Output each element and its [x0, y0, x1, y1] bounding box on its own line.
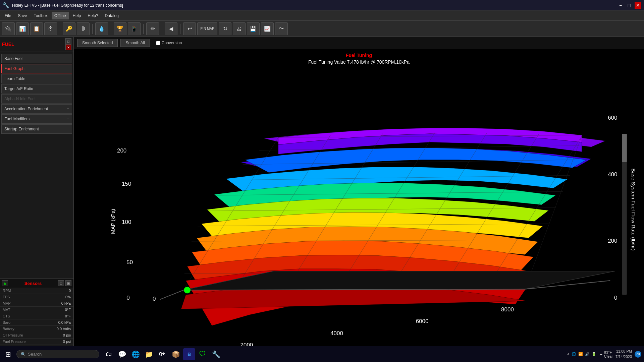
- sensor-oil-pressure: Oil Pressure0 psi: [0, 332, 73, 339]
- tool-graph[interactable]: 📈: [261, 22, 274, 35]
- tool-back[interactable]: ↩: [183, 22, 196, 35]
- nav-target-af[interactable]: Target A/F Ratio: [1, 84, 72, 94]
- tool-sensors[interactable]: 📊: [16, 22, 29, 35]
- tool-refresh[interactable]: ↻: [219, 22, 231, 35]
- tool-wave[interactable]: 〜: [275, 22, 288, 35]
- tray-battery-icon: 🔋: [592, 352, 596, 356]
- main-layout: FUEL □ ✕ Base Fuel Fuel Graph Learn Tabl…: [0, 37, 644, 351]
- taskbar-amazon[interactable]: 📦: [170, 348, 182, 360]
- z-axis-line: [160, 290, 183, 299]
- fuel-minimize-btn[interactable]: □: [65, 38, 71, 44]
- sensor-tps: TPS0%: [0, 294, 73, 300]
- svg-text:6000: 6000: [416, 318, 429, 324]
- search-input[interactable]: [28, 352, 95, 357]
- menubar: File Save Toolbox Offline Help Help? Dat…: [0, 11, 644, 21]
- toolbar-separator2: [92, 24, 93, 34]
- sensors-expand-btn[interactable]: ⊞: [65, 280, 71, 286]
- taskbar-widgets[interactable]: 🗂: [103, 348, 115, 360]
- weather-temp: 83°F: [604, 350, 613, 354]
- tool-print[interactable]: 🖨: [233, 22, 246, 35]
- taskbar-holley[interactable]: 🔧: [210, 348, 222, 360]
- svg-text:0: 0: [153, 296, 156, 302]
- taskbar-chat[interactable]: 💬: [116, 348, 128, 360]
- left-panel: FUEL □ ✕ Base Fuel Fuel Graph Learn Tabl…: [0, 37, 74, 351]
- taskbar-b-icon[interactable]: B: [183, 348, 195, 360]
- taskbar-right: ∧ 🌐 📶 🔊 🔋 ☁ 83°F Clear 11:08 PM 7/14/202…: [567, 349, 641, 359]
- search-icon: 🔍: [21, 352, 26, 357]
- tool-gauge[interactable]: ⏱: [44, 22, 57, 35]
- svg-text:400: 400: [608, 171, 617, 178]
- nav-base-fuel[interactable]: Base Fuel: [1, 54, 72, 63]
- tool-connector[interactable]: 🔌: [2, 22, 15, 35]
- e-badge: E: [2, 280, 8, 286]
- maximize-button[interactable]: □: [626, 2, 633, 9]
- tool-nitrous[interactable]: 💧: [95, 22, 108, 35]
- svg-text:600: 600: [608, 115, 617, 121]
- nav-learn-table[interactable]: Learn Table: [1, 74, 72, 83]
- chart-area: Fuel Tuning Fuel Tuning Value 7.478 lb/h…: [74, 49, 644, 357]
- svg-text:4000: 4000: [330, 330, 343, 337]
- content-toolbar: Smooth Selected Smooth All Conversion: [74, 37, 644, 49]
- nav-accel-enrich[interactable]: Acceleration Enrichment +: [1, 104, 72, 114]
- fuel-graph-chart: Base System Fuel Flow Rate (lb/hr) 600 4…: [77, 67, 641, 352]
- svg-text:8000: 8000: [501, 306, 514, 313]
- surface-mesh: [181, 128, 587, 326]
- tool-hdd[interactable]: 💾: [247, 22, 260, 35]
- menu-toolbox[interactable]: Toolbox: [31, 12, 50, 19]
- fuel-panel-title: FUEL: [2, 42, 14, 47]
- weather-icon: ☁: [599, 352, 603, 356]
- menu-file[interactable]: File: [2, 12, 14, 19]
- system-tray: ∧ 🌐 📶 🔊 🔋: [567, 352, 596, 356]
- fuel-close-btn[interactable]: ✕: [65, 44, 71, 50]
- taskbar-shield[interactable]: 🛡: [197, 348, 209, 360]
- fuel-tuning-value: Fuel Tuning Value 7.478 lb/hr @ 700RPM,1…: [77, 59, 641, 65]
- menu-save[interactable]: Save: [15, 12, 30, 19]
- conversion-checkbox-label[interactable]: Conversion: [156, 41, 182, 45]
- clock-time: 11:08 PM: [615, 349, 632, 354]
- search-box[interactable]: 🔍: [16, 350, 99, 358]
- tool-pin-map[interactable]: PIN MAP: [197, 22, 217, 35]
- tool-arrow[interactable]: ◀: [165, 22, 177, 35]
- fuel-tuning-label: Fuel Tuning: [77, 53, 641, 58]
- nav-fuel-modifiers[interactable]: Fuel Modifiers +: [1, 114, 72, 124]
- menu-help[interactable]: Help: [70, 12, 84, 19]
- toolbar-separator6: [180, 24, 180, 34]
- tool-cal[interactable]: 📋: [30, 22, 43, 35]
- menu-offline[interactable]: Offline: [52, 12, 68, 19]
- startup-arrow-icon: +: [67, 127, 69, 131]
- sensor-baro: Baro0.0 kPa: [0, 319, 73, 326]
- nav-fuel-graph[interactable]: Fuel Graph: [1, 64, 72, 73]
- taskbar-edge[interactable]: 🌐: [129, 348, 142, 360]
- scrollbar-thumb[interactable]: [622, 134, 627, 162]
- sensor-cts: CTS0°F: [0, 313, 73, 319]
- tool-wizard[interactable]: 🏆: [114, 22, 126, 35]
- svg-text:50: 50: [126, 259, 133, 265]
- smooth-selected-button[interactable]: Smooth Selected: [77, 39, 118, 47]
- tray-overflow[interactable]: ∧: [567, 352, 570, 356]
- menu-help2[interactable]: Help?: [85, 12, 101, 19]
- tool-spark[interactable]: 🔑: [63, 22, 75, 35]
- menu-datalog[interactable]: Datalog: [102, 12, 121, 19]
- sensors-minimize-btn[interactable]: □: [58, 280, 64, 286]
- tray-volume-icon[interactable]: 🔊: [585, 352, 590, 356]
- close-button[interactable]: ✕: [635, 2, 641, 9]
- tool-pencil[interactable]: ✏: [146, 22, 159, 35]
- nav-alpha-n: Alpha-N Idle Fuel: [1, 94, 72, 104]
- taskbar-store[interactable]: 🛍: [156, 348, 168, 360]
- modifiers-arrow-icon: +: [67, 117, 69, 121]
- y-axis-label: Base System Fuel Flow Rate (lb/hr): [631, 168, 636, 250]
- tool-fuel[interactable]: 🛢: [77, 22, 90, 35]
- sensor-map: MAP0 kPa: [0, 300, 73, 307]
- start-button[interactable]: ⊞: [3, 349, 14, 360]
- sensor-rpm: RPM0: [0, 288, 73, 294]
- taskbar-files[interactable]: 📁: [143, 348, 155, 360]
- fuel-panel-header: FUEL □ ✕: [0, 37, 73, 52]
- nav-startup-enrich[interactable]: Startup Enrichment +: [1, 124, 72, 134]
- conversion-checkbox[interactable]: [156, 41, 160, 45]
- smooth-all-button[interactable]: Smooth All: [120, 39, 150, 47]
- notification-badge[interactable]: 20: [635, 351, 641, 358]
- tool-phone[interactable]: 📱: [128, 22, 141, 35]
- minimize-button[interactable]: −: [617, 2, 624, 9]
- weather-condition: Clear: [604, 354, 613, 358]
- toolbar-separator: [60, 24, 60, 34]
